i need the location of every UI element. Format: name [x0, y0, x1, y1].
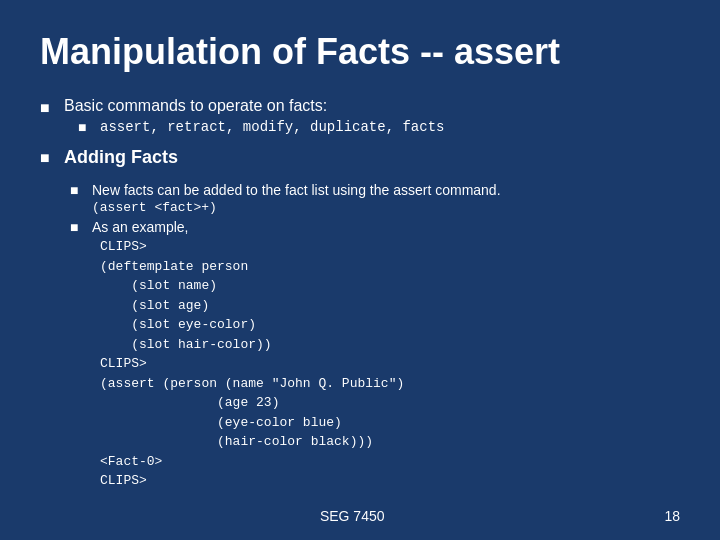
footer-right: 18 — [664, 508, 680, 524]
bullet-1-text: Basic commands to operate on facts: — [64, 97, 327, 114]
bullet-1-sub-text: assert, retract, modify, duplicate, fact… — [100, 119, 444, 135]
sub-bullet-2: ■ As an example, — [70, 219, 680, 235]
slide: Manipulation of Facts -- assert ■ Basic … — [0, 0, 720, 540]
sub-bullet-2-label: As an example, — [92, 219, 189, 235]
bullet-2-label: Adding Facts — [64, 147, 178, 168]
footer-center: SEG 7450 — [320, 508, 385, 524]
bullet-1-marker: ■ — [40, 99, 54, 117]
sub-bullet-1-code: (assert <fact>+) — [92, 200, 680, 215]
slide-title: Manipulation of Facts -- assert — [40, 30, 680, 73]
bullet-2-header: ■ Adding Facts — [40, 147, 680, 174]
bullet-2: ■ Adding Facts ■ New facts can be added … — [40, 147, 680, 491]
bullet-1: ■ Basic commands to operate on facts: ■ … — [40, 97, 680, 137]
code-block: CLIPS> (deftemplate person (slot name) (… — [100, 237, 680, 491]
sub-bullet-1-marker: ■ — [70, 182, 84, 198]
bullet-1-sub: ■ assert, retract, modify, duplicate, fa… — [78, 119, 444, 135]
sub-bullet-2-container: ■ As an example, CLIPS> (deftemplate per… — [70, 219, 680, 491]
bullet-2-marker: ■ — [40, 149, 54, 167]
sub-bullet-1-container: ■ New facts can be added to the fact lis… — [70, 182, 680, 215]
sub-marker-1: ■ — [78, 119, 92, 135]
sub-bullet-1: ■ New facts can be added to the fact lis… — [70, 182, 680, 198]
footer: SEG 7450 18 — [40, 508, 680, 524]
sub-bullet-2-marker: ■ — [70, 219, 84, 235]
sub-bullet-1-text: New facts can be added to the fact list … — [92, 182, 501, 198]
